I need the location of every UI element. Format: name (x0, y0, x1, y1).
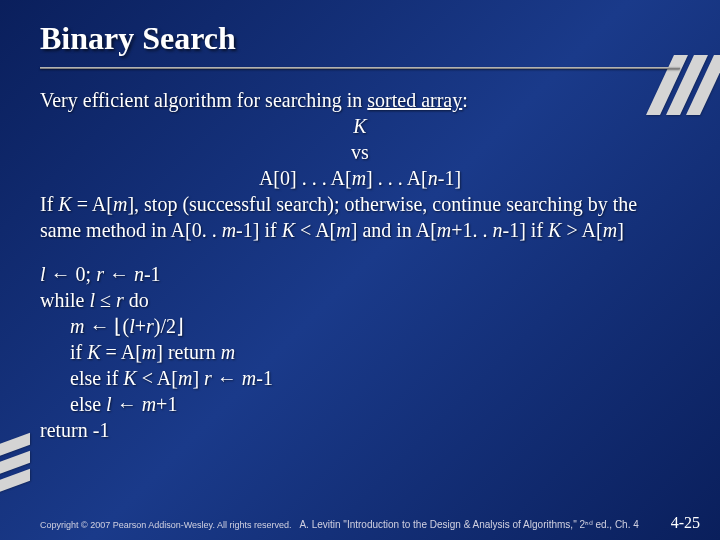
footer: Copyright © 2007 Pearson Addison-Wesley.… (40, 514, 700, 532)
title-divider (40, 67, 680, 69)
line-vs: vs (40, 139, 680, 165)
book-citation: A. Levitin "Introduction to the Design &… (299, 519, 662, 530)
alg-line-1: l ← 0; r ← n-1 (40, 261, 680, 287)
alg-line-5: else if K < A[m] r ← m-1 (40, 365, 680, 391)
array-line: A[0] . . . A[m] . . . A[n-1] (40, 165, 680, 191)
intro-line: Very efficient algorithm for searching i… (40, 87, 680, 113)
algorithm-block: l ← 0; r ← n-1 while l ≤ r do m ← ⌊(l+r)… (40, 261, 680, 443)
intro-colon: : (462, 89, 468, 111)
intro-underline: sorted array (367, 89, 462, 111)
copyright-text: Copyright © 2007 Pearson Addison-Wesley.… (40, 520, 291, 530)
alg-line-4: if K = A[m] return m (40, 339, 680, 365)
alg-line-2: while l ≤ r do (40, 287, 680, 313)
explanation-paragraph: If K = A[m], stop (successful search); o… (40, 191, 680, 243)
alg-line-6: else l ← m+1 (40, 391, 680, 417)
line-k: K (40, 113, 680, 139)
slide-title: Binary Search (40, 20, 680, 57)
page-number: 4-25 (671, 514, 700, 532)
slide: Binary Search Very efficient algorithm f… (0, 0, 720, 540)
alg-line-7: return -1 (40, 417, 680, 443)
alg-line-3: m ← ⌊(l+r)/2⌋ (40, 313, 680, 339)
description-block: Very efficient algorithm for searching i… (40, 87, 680, 243)
intro-text: Very efficient algorithm for searching i… (40, 89, 367, 111)
